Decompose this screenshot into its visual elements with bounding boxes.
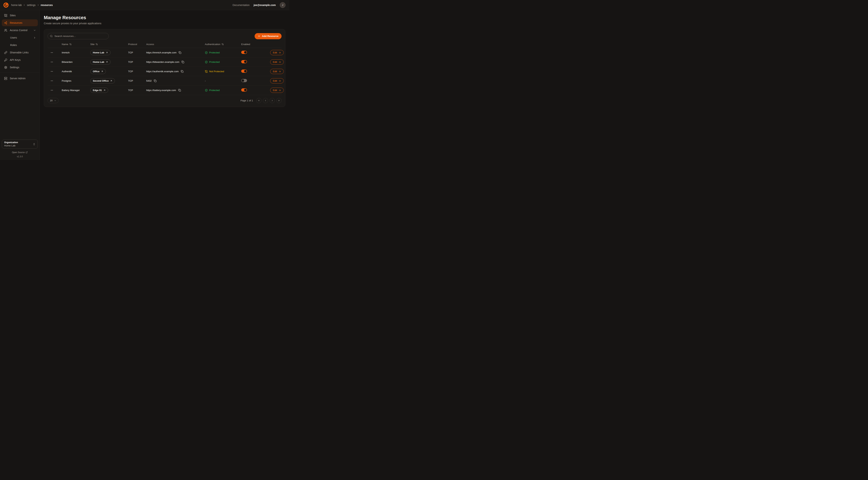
enabled-toggle[interactable] — [241, 88, 247, 92]
edit-button[interactable]: Edit — [270, 69, 284, 74]
ellipsis-icon — [51, 80, 53, 82]
chevrons-left-icon — [258, 99, 260, 102]
key-icon — [4, 58, 7, 62]
sidebar-item-label: Server Admin — [10, 77, 26, 80]
chevron-right-icon — [271, 99, 273, 102]
search-icon — [50, 35, 53, 37]
sidebar-item-settings[interactable]: Settings — [2, 64, 38, 71]
server-icon — [4, 77, 7, 80]
copy-button[interactable] — [178, 51, 182, 54]
edit-button[interactable]: Edit — [270, 59, 284, 65]
version-label: v1.3.0 — [2, 155, 38, 158]
row-menu-button[interactable] — [50, 88, 54, 92]
site-link[interactable]: Home Lab — [90, 50, 111, 55]
sort-icon — [69, 43, 72, 46]
table-footer: 20 Page 1 of 1 — [48, 98, 282, 103]
copy-button[interactable] — [181, 60, 185, 64]
sidebar-item-sites[interactable]: Sites — [2, 12, 38, 19]
resource-name: Authentik — [62, 70, 90, 73]
ellipsis-icon — [51, 61, 53, 63]
breadcrumb-settings[interactable]: settings — [27, 4, 35, 6]
documentation-link[interactable]: Documentation — [232, 4, 250, 6]
external-link-icon — [26, 151, 28, 153]
breadcrumb: home-lab settings resources — [11, 4, 53, 6]
sidebar-item-resources[interactable]: Resources — [2, 19, 38, 26]
sidebar-item-label: Settings — [10, 66, 19, 69]
shield-check-icon — [205, 89, 208, 92]
sidebar-item-roles[interactable]: Roles — [2, 41, 38, 49]
previous-page-button[interactable] — [263, 98, 268, 103]
arrow-right-icon — [278, 51, 281, 54]
access-url: https://battery.example.com — [146, 89, 176, 92]
site-link[interactable]: Second Office — [90, 78, 115, 84]
breadcrumb-current: resources — [41, 4, 53, 6]
table-header: Name Site Protocol Access Authentication — [48, 41, 282, 48]
sidebar-item-api-keys[interactable]: API Keys — [2, 57, 38, 63]
breadcrumb-org[interactable]: home-lab — [11, 4, 22, 6]
chevron-right-icon — [23, 4, 26, 6]
add-resource-label: Add Resource — [262, 35, 278, 37]
copy-icon — [154, 80, 157, 82]
enabled-toggle[interactable] — [241, 51, 247, 54]
site-link[interactable]: Home Lab — [90, 59, 111, 65]
chevron-right-icon — [33, 36, 36, 39]
sidebar-item-users[interactable]: Users — [2, 34, 38, 41]
last-page-button[interactable] — [276, 98, 282, 103]
arrow-right-icon — [278, 70, 281, 73]
enabled-toggle[interactable] — [241, 79, 247, 82]
shield-check-icon — [205, 51, 208, 54]
column-header-enabled: Enabled — [241, 43, 270, 46]
arrow-up-right-icon — [106, 61, 108, 63]
site-link[interactable]: Office — [90, 69, 106, 74]
table-row: Postgres Second Office TCP 5432 - Edit — [48, 76, 282, 86]
first-page-button[interactable] — [256, 98, 261, 103]
sidebar-item-access-control[interactable]: Access Control — [2, 27, 38, 34]
column-header-site[interactable]: Site — [90, 43, 128, 46]
auth-status: Protected — [205, 61, 241, 63]
column-header-name[interactable]: Name — [62, 43, 90, 46]
page-size-select[interactable]: 20 — [48, 98, 59, 103]
column-header-authentication[interactable]: Authentication — [205, 43, 241, 46]
sidebar-item-server-admin[interactable]: Server Admin — [2, 75, 38, 82]
edit-button[interactable]: Edit — [270, 78, 284, 84]
toggle-knob — [242, 79, 244, 82]
edit-button[interactable]: Edit — [270, 50, 284, 55]
sidebar: Sites Resources Access Control Users Rol… — [0, 10, 40, 160]
chevron-left-icon — [265, 99, 267, 102]
ellipsis-icon — [51, 51, 53, 54]
avatar[interactable]: J — [280, 2, 285, 8]
shield-off-icon — [205, 70, 208, 73]
toggle-knob — [244, 89, 247, 91]
user-email[interactable]: joe@example.com — [253, 4, 276, 6]
sidebar-item-shareable-links[interactable]: Shareable Links — [2, 49, 38, 56]
protocol-value: TCP — [128, 51, 146, 54]
copy-icon — [178, 89, 181, 92]
site-link[interactable]: Edge 01 — [90, 88, 108, 93]
copy-button[interactable] — [153, 79, 157, 83]
pangolin-logo-icon — [3, 2, 9, 8]
copy-button[interactable] — [180, 70, 184, 73]
sidebar-item-label: Roles — [10, 43, 17, 47]
row-menu-button[interactable] — [50, 79, 54, 83]
row-menu-button[interactable] — [50, 51, 54, 55]
row-menu-button[interactable] — [50, 69, 54, 73]
add-resource-button[interactable]: Add Resource — [255, 33, 282, 39]
protocol-value: TCP — [128, 89, 146, 92]
pangolin-logo[interactable] — [3, 2, 9, 8]
sites-icon — [4, 14, 7, 17]
organization-selector[interactable]: Organization Home Lab — [2, 140, 38, 149]
arrow-up-right-icon — [103, 89, 106, 91]
copy-button[interactable] — [178, 89, 181, 92]
page-subtitle: Create secure proxies to your private ap… — [44, 22, 285, 25]
next-page-button[interactable] — [270, 98, 275, 103]
enabled-toggle[interactable] — [241, 60, 247, 63]
chevron-down-icon — [54, 99, 56, 102]
enabled-toggle[interactable] — [241, 69, 247, 73]
edit-button[interactable]: Edit — [270, 88, 284, 93]
link-icon — [4, 51, 7, 54]
access-port: 5432 — [146, 80, 152, 82]
open-source-link[interactable]: Open Source — [2, 151, 38, 154]
access-url: https://immich.example.com — [146, 51, 177, 54]
search-input[interactable] — [48, 33, 109, 39]
row-menu-button[interactable] — [50, 60, 54, 64]
